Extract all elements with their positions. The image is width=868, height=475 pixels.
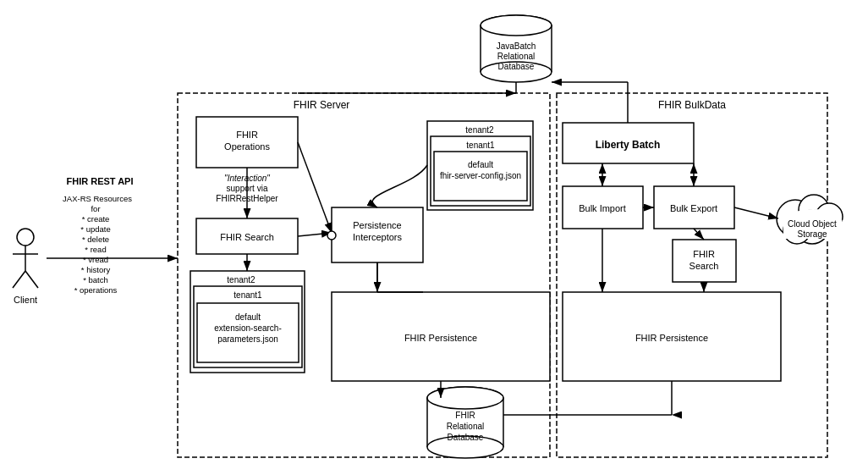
- persistence-interceptors-label: Persistence: [353, 220, 401, 230]
- svg-text:* update: * update: [80, 224, 110, 234]
- svg-point-38: [427, 387, 503, 409]
- fhir-rest-api-label: FHIR REST API: [66, 176, 133, 186]
- svg-text:* create: * create: [82, 214, 110, 224]
- jax-rs-label: JAX-RS Resources: [63, 194, 132, 203]
- tenant1-search-label: tenant1: [233, 290, 262, 300]
- tenant2-search-label: tenant2: [227, 275, 255, 284]
- bulk-import-label: Bulk Import: [579, 203, 626, 213]
- default-fhir-config-label: default: [468, 160, 493, 169]
- svg-text:parameters.json: parameters.json: [217, 334, 278, 344]
- svg-text:Database: Database: [448, 433, 484, 442]
- svg-point-49: [17, 229, 34, 246]
- fhir-search-main-label: FHIR Search: [220, 232, 274, 242]
- svg-text:Relational: Relational: [447, 422, 484, 431]
- architecture-diagram: FHIR Server FHIR BulkData FHIR Operation…: [0, 0, 868, 475]
- tenant2-config-label: tenant2: [465, 125, 494, 135]
- svg-text:Search: Search: [689, 261, 719, 271]
- fhir-server-label: FHIR Server: [294, 99, 350, 111]
- tenant1-config-label: tenant1: [466, 141, 495, 150]
- liberty-batch-label: Liberty Batch: [596, 139, 661, 151]
- svg-point-30: [481, 15, 552, 36]
- svg-line-53: [25, 271, 38, 288]
- fhir-bulkdata-label: FHIR BulkData: [658, 99, 726, 111]
- svg-text:* delete: * delete: [82, 235, 109, 244]
- svg-text:* history: * history: [81, 265, 111, 274]
- bulk-export-label: Bulk Export: [670, 203, 717, 213]
- fhir-search-bulk-label: FHIR: [693, 249, 715, 259]
- svg-text:* read: * read: [85, 245, 106, 254]
- java-batch-db-label: JavaBatch: [497, 41, 536, 51]
- svg-text:extension-search-: extension-search-: [214, 323, 281, 333]
- svg-text:Operations: Operations: [224, 141, 270, 152]
- svg-text:for: for: [91, 204, 100, 213]
- cloud-object-storage: Cloud Object Storage: [777, 195, 843, 244]
- svg-text:Relational: Relational: [497, 52, 535, 61]
- svg-text:fhir-server-config.json: fhir-server-config.json: [440, 171, 521, 180]
- svg-text:Storage: Storage: [797, 229, 827, 239]
- svg-line-69: [298, 233, 332, 236]
- svg-line-76: [734, 207, 778, 218]
- svg-line-68: [298, 142, 332, 233]
- svg-line-52: [13, 271, 25, 288]
- svg-text:Interceptors: Interceptors: [353, 232, 403, 242]
- svg-text:Database: Database: [498, 62, 535, 71]
- diagram-svg: FHIR Server FHIR BulkData FHIR Operation…: [0, 0, 868, 475]
- svg-line-77: [694, 229, 704, 240]
- client-label: Client: [14, 295, 37, 305]
- svg-text:* operations: * operations: [74, 285, 118, 295]
- svg-text:* batch: * batch: [83, 275, 108, 284]
- fhir-operations-label: FHIR: [236, 130, 258, 140]
- fhir-persistence-bulk-label: FHIR Persistence: [635, 333, 708, 343]
- default-ext-search-label: default: [235, 312, 261, 322]
- svg-text:* vread: * vread: [83, 255, 108, 264]
- fhir-relational-db-label: FHIR: [455, 411, 475, 420]
- fhir-persistence-main-label: FHIR Persistence: [404, 333, 477, 343]
- svg-point-83: [327, 231, 336, 240]
- cloud-storage-label: Cloud Object: [788, 219, 837, 229]
